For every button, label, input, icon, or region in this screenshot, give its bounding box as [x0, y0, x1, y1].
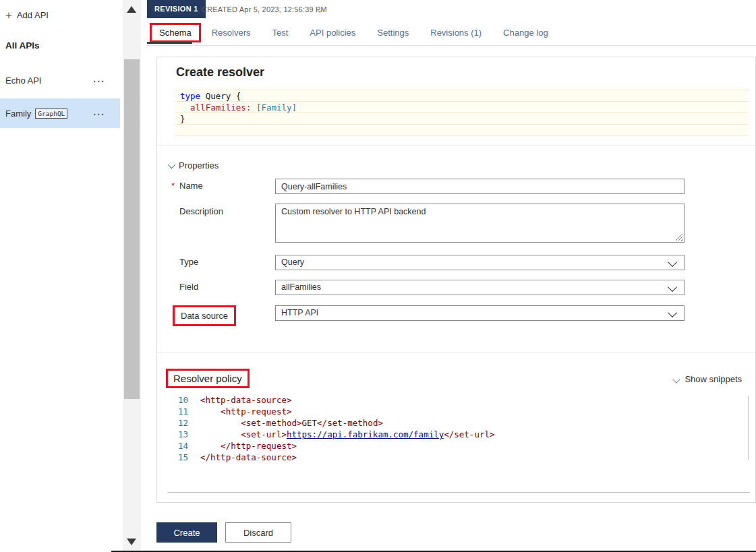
tab-schema[interactable]: Schema	[150, 23, 201, 42]
data-source-label: Data source	[173, 305, 236, 326]
chevron-down-icon	[673, 375, 680, 383]
annotation-red-box: Resolver policy	[166, 369, 250, 388]
created-timestamp: CREATED Apr 5, 2023, 12:56:39 PM	[202, 5, 327, 13]
tab-resolvers[interactable]: Resolvers	[212, 28, 251, 38]
api-sidebar: + Add API All APIs Echo API ... Family G…	[0, 0, 120, 552]
tabs-divider	[147, 45, 756, 46]
code-line: 14 </http-request>	[168, 440, 753, 452]
properties-label: Properties	[179, 160, 219, 171]
scroll-down-icon[interactable]	[127, 539, 136, 545]
tab-revisions[interactable]: Revisions (1)	[430, 28, 482, 38]
tab-bar: Schema Resolvers Test API policies Setti…	[150, 22, 559, 42]
chevron-down-icon	[668, 282, 677, 292]
ellipsis-icon[interactable]: ...	[93, 106, 105, 117]
code-line: 15</http-data-source>	[168, 452, 753, 463]
chevron-down-icon	[668, 308, 677, 317]
revision-badge: REVISION 1	[147, 0, 206, 18]
resolver-policy-heading: Resolver policy	[166, 369, 250, 388]
scrollbar-thumb[interactable]	[124, 59, 140, 399]
screen: + Add API All APIs Echo API ... Family G…	[0, 0, 756, 552]
page-title: Create resolver	[176, 65, 264, 80]
line-number: 13	[168, 429, 200, 440]
add-api-button[interactable]: + Add API	[5, 7, 49, 23]
line-number: 12	[168, 417, 200, 429]
tab-api-policies[interactable]: API policies	[310, 28, 355, 38]
chevron-down-icon	[668, 257, 677, 267]
line-number: 14	[168, 440, 200, 452]
all-apis-heading: All APIs	[5, 40, 40, 51]
description-textarea[interactable]: Custom resolver to HTTP API backend	[275, 204, 685, 243]
annotation-red-box: Schema	[150, 23, 201, 42]
editor-vertical-scrollbar[interactable]	[748, 396, 749, 460]
plus-icon: +	[5, 9, 12, 21]
properties-expander[interactable]: Properties	[168, 160, 219, 171]
line-number: 15	[168, 452, 200, 463]
code-line: type Query {	[175, 90, 749, 102]
discard-button[interactable]: Discard	[225, 522, 291, 543]
code-line	[175, 125, 749, 136]
tab-test[interactable]: Test	[272, 28, 289, 38]
code-line: 13 <set-url>https://api.fabrikam.com/fam…	[168, 429, 753, 440]
line-number: 10	[168, 394, 200, 406]
field-label: Field	[179, 282, 198, 292]
annotation-red-box: Data source	[173, 305, 236, 326]
graphql-schema-editor[interactable]: type Query { allFamilies: [Family]}	[175, 90, 749, 136]
sidebar-item-echo-api[interactable]: Echo API ...	[0, 70, 120, 90]
sidebar-scrollbar[interactable]	[123, 0, 141, 552]
code-line: 12 <set-method>GET</set-method>	[168, 417, 753, 429]
type-label: Type	[179, 257, 198, 267]
scroll-up-icon[interactable]	[127, 6, 136, 13]
create-resolver-panel: Create resolver type Query { allFamilies…	[156, 57, 756, 503]
required-marker: *	[171, 181, 175, 191]
graphql-badge: GraphQL	[35, 109, 67, 119]
ellipsis-icon[interactable]: ...	[93, 73, 105, 84]
api-item-label: Family	[5, 109, 31, 119]
show-snippets-button[interactable]: Show snippets	[674, 374, 742, 384]
section-divider	[157, 352, 755, 353]
editor-horizontal-scrollbar[interactable]	[168, 492, 750, 493]
policy-code-editor[interactable]: 10<http-data-source>11 <http-request>12 …	[168, 394, 753, 482]
code-line: 10<http-data-source>	[168, 394, 753, 406]
chevron-down-icon	[168, 160, 175, 168]
tab-settings[interactable]: Settings	[377, 28, 409, 38]
sidebar-item-family[interactable]: Family GraphQL ...	[0, 98, 120, 128]
line-number: 11	[168, 406, 200, 417]
create-button[interactable]: Create	[156, 522, 217, 543]
code-line: }	[175, 113, 749, 125]
name-input[interactable]	[275, 179, 685, 194]
type-dropdown[interactable]: Query	[275, 255, 685, 270]
tab-change-log[interactable]: Change log	[503, 28, 548, 38]
section-divider	[157, 145, 755, 146]
name-label: * Name	[179, 181, 203, 191]
api-item-label: Echo API	[5, 75, 41, 86]
description-field-wrap: Custom resolver to HTTP API backend	[275, 204, 685, 243]
code-line: allFamilies: [Family]	[175, 102, 749, 113]
active-tab-underline	[147, 42, 192, 44]
code-line: 11 <http-request>	[168, 406, 753, 417]
data-source-dropdown[interactable]: HTTP API	[275, 305, 685, 321]
field-dropdown[interactable]: allFamilies	[275, 280, 685, 295]
add-api-label: Add API	[17, 10, 49, 20]
description-label: Description	[179, 206, 223, 216]
